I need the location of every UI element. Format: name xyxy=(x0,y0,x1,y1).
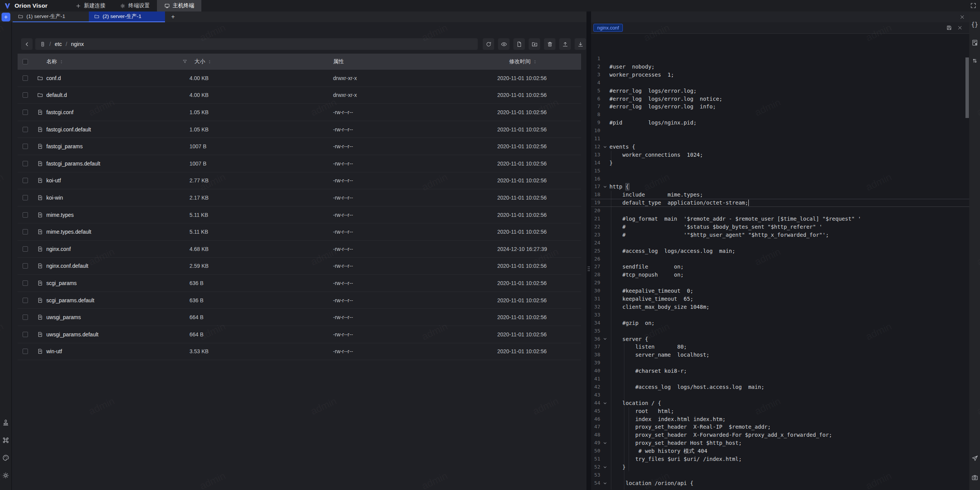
editor-line[interactable]: 3worker_processes 1; xyxy=(591,71,969,79)
editor-line[interactable]: 48 proxy_set_header X-Forwarded-For $pro… xyxy=(591,431,969,439)
editor-line[interactable]: 45 root html; xyxy=(591,407,969,415)
editor-line[interactable]: 54 location /orion/api { xyxy=(591,479,969,487)
fold-chevron-icon[interactable] xyxy=(602,335,608,343)
editor-line[interactable]: 51 try_files $uri $uri/ /index.html; xyxy=(591,455,969,463)
terminal-tab-1[interactable]: (1) server-生产-1 xyxy=(13,11,89,22)
swap-updown-button[interactable] xyxy=(970,56,979,65)
fold-chevron-icon[interactable] xyxy=(602,399,608,407)
row-checkbox[interactable] xyxy=(23,292,28,309)
editor-line[interactable]: 11 xyxy=(591,135,969,143)
editor-line[interactable]: 42 #access_log logs/host.access.log main… xyxy=(591,383,969,391)
refresh-button[interactable] xyxy=(483,38,494,50)
add-tab-button[interactable]: + xyxy=(165,11,181,22)
editor-line[interactable]: 44 location / { xyxy=(591,399,969,407)
editor-line[interactable]: 10 xyxy=(591,127,969,135)
brand[interactable]: Orion Visor xyxy=(0,2,53,10)
upload-button[interactable] xyxy=(559,38,571,50)
editor-line[interactable]: 38 server_name localhost; xyxy=(591,351,969,359)
column-header-mtime[interactable]: 修改时间 xyxy=(509,58,537,65)
row-checkbox[interactable] xyxy=(23,155,28,172)
file-tab-nginx-conf[interactable]: nginx.conf xyxy=(593,24,623,32)
fold-chevron-icon[interactable] xyxy=(602,463,608,471)
editor-line[interactable]: 39 xyxy=(591,359,969,367)
terminal-tab-2[interactable]: (2) server-生产-1 xyxy=(89,11,165,22)
editor-line[interactable]: 19 default_type application/octet-stream… xyxy=(591,199,969,207)
editor-line[interactable]: 18 include mime.types; xyxy=(591,191,969,199)
editor-line[interactable]: 8 xyxy=(591,111,969,119)
row-checkbox[interactable] xyxy=(23,206,28,223)
editor-line[interactable]: 12events { xyxy=(591,143,969,151)
filter-icon[interactable] xyxy=(182,59,188,64)
editor-line[interactable]: 7#error_log logs/error.log info; xyxy=(591,103,969,111)
editor-line[interactable]: 53 xyxy=(591,471,969,479)
editor-line[interactable]: 41 xyxy=(591,375,969,383)
table-row[interactable]: fastcgi.conf1.05 KB-rw-r--r--2020-11-01 … xyxy=(18,104,581,121)
table-row[interactable]: win-utf3.53 KB-rw-r--r--2020-11-01 10:02… xyxy=(18,343,581,361)
editor-line[interactable]: 6#error_log logs/error.log notice; xyxy=(591,95,969,103)
braces-button[interactable]: {} xyxy=(970,20,979,29)
sort-icon[interactable] xyxy=(532,59,537,64)
editor-line[interactable]: 14} xyxy=(591,159,969,167)
breadcrumb-segment[interactable]: etc xyxy=(55,41,62,47)
editor-line[interactable]: 13 worker_connections 1024; xyxy=(591,151,969,159)
fullscreen-button[interactable] xyxy=(969,2,978,10)
editor-line[interactable]: 37 listen 80; xyxy=(591,343,969,351)
menu-item-3[interactable]: 主机终端 xyxy=(157,0,201,11)
editor-line[interactable]: 9#pid logs/nginx.pid; xyxy=(591,119,969,127)
editor-line[interactable]: 31 keepalive_timeout 65; xyxy=(591,295,969,303)
screenshot-button[interactable] xyxy=(970,473,979,482)
menu-item-1[interactable]: 新建连接 xyxy=(68,0,113,11)
table-row[interactable]: scgi_params.default636 B-rw-r--r--2020-1… xyxy=(18,292,581,309)
table-row[interactable]: mime.types5.11 KB-rw-r--r--2020-11-01 10… xyxy=(18,206,581,224)
row-checkbox[interactable] xyxy=(23,189,28,206)
delete-button[interactable] xyxy=(544,38,555,50)
show-hidden-button[interactable] xyxy=(498,38,510,50)
new-folder-button[interactable] xyxy=(529,38,540,50)
editor-line[interactable]: 52 } xyxy=(591,463,969,471)
command-button[interactable] xyxy=(2,436,10,444)
row-checkbox[interactable] xyxy=(23,121,28,138)
fold-chevron-icon[interactable] xyxy=(602,183,608,191)
row-checkbox[interactable] xyxy=(23,326,28,343)
editor-line[interactable]: 28 #tcp_nopush on; xyxy=(591,271,969,279)
editor-line[interactable]: 2#user nobody; xyxy=(591,63,969,71)
editor-line[interactable]: 46 index index.html index.htm; xyxy=(591,415,969,423)
table-row[interactable]: mime.types.default5.11 KB-rw-r--r--2020-… xyxy=(18,223,581,241)
editor-line[interactable]: 43 xyxy=(591,391,969,399)
column-header-name[interactable]: 名称 xyxy=(46,58,64,65)
editor-line[interactable]: 25 #access_log logs/access.log main; xyxy=(591,247,969,255)
row-checkbox[interactable] xyxy=(23,223,28,240)
menu-item-2[interactable]: 终端设置 xyxy=(113,0,157,11)
table-row[interactable]: koi-win2.17 KB-rw-r--r--2020-11-01 10:02… xyxy=(18,189,581,206)
editor-line[interactable]: 26 xyxy=(591,255,969,263)
editor-line[interactable]: 40 #charset koi8-r; xyxy=(591,367,969,375)
close-editor-button[interactable] xyxy=(956,24,964,32)
editor-line[interactable]: 21 #log_format main '$remote_addr - $rem… xyxy=(591,215,969,223)
row-checkbox[interactable] xyxy=(23,87,28,104)
editor-line[interactable]: 22 # '$status $body_bytes_sent "$http_re… xyxy=(591,223,969,231)
send-button[interactable] xyxy=(970,454,979,462)
editor-line[interactable]: 15 xyxy=(591,167,969,175)
row-checkbox[interactable] xyxy=(23,343,28,360)
stamp-button[interactable] xyxy=(2,418,10,427)
breadcrumb-segment[interactable]: nginx xyxy=(71,41,83,47)
editor-scrollbar-thumb[interactable] xyxy=(965,57,969,118)
code-editor[interactable]: 12#user nobody;3worker_processes 1;45#er… xyxy=(591,34,969,490)
select-all-checkbox[interactable] xyxy=(23,59,28,64)
editor-line[interactable]: 20 xyxy=(591,207,969,215)
back-button[interactable] xyxy=(21,38,33,50)
close-panel-button[interactable] xyxy=(958,13,966,21)
table-row[interactable]: uwsgi_params.default664 B-rw-r--r--2020-… xyxy=(18,326,581,343)
table-row[interactable]: scgi_params636 B-rw-r--r--2020-11-01 10:… xyxy=(18,275,581,292)
fold-chevron-icon[interactable] xyxy=(602,479,608,487)
editor-line[interactable]: 49 proxy_set_header Host $http_host; xyxy=(591,439,969,447)
table-row[interactable]: fastcgi_params1007 B-rw-r--r--2020-11-01… xyxy=(18,138,581,155)
row-checkbox[interactable] xyxy=(23,104,28,121)
editor-line[interactable]: 5#error_log logs/error.log; xyxy=(591,87,969,95)
table-row[interactable]: fastcgi.conf.default1.05 KB-rw-r--r--202… xyxy=(18,121,581,138)
row-checkbox[interactable] xyxy=(23,309,28,326)
table-row[interactable]: nginx.conf.default2.59 KB-rw-r--r--2020-… xyxy=(18,258,581,275)
breadcrumb[interactable]: /etc/nginx xyxy=(35,38,478,50)
new-file-button[interactable] xyxy=(513,38,525,50)
row-checkbox[interactable] xyxy=(23,70,28,87)
